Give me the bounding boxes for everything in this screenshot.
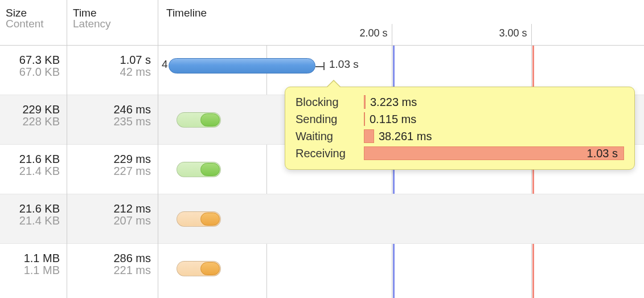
time-value: 212 ms	[73, 202, 151, 215]
table-row[interactable]: 1.07 s 42 ms	[67, 46, 158, 95]
timeline-row[interactable]	[158, 244, 644, 296]
tooltip-bar: 1.03 s	[364, 146, 624, 160]
tooltip-label: Receiving	[296, 147, 364, 160]
timing-bar[interactable]	[177, 112, 221, 128]
time-column: Time Latency 1.07 s 42 ms 246 ms 235 ms …	[67, 0, 158, 298]
tooltip-row-waiting: Waiting 38.261 ms	[296, 129, 624, 143]
time-header[interactable]: Time Latency	[67, 0, 158, 46]
table-row[interactable]: 286 ms 221 ms	[67, 244, 158, 296]
timing-bar[interactable]	[169, 58, 315, 74]
latency-value: 207 ms	[73, 214, 151, 227]
latency-value: 221 ms	[73, 264, 151, 277]
timeline-header-label: Timeline	[166, 7, 638, 19]
table-row[interactable]: 229 KB 228 KB	[0, 95, 67, 145]
size-value: 21.6 KB	[6, 202, 60, 215]
size-value: 21.6 KB	[6, 153, 60, 166]
tooltip-bar	[364, 129, 374, 143]
table-row[interactable]: 21.6 KB 21.4 KB	[0, 145, 67, 194]
content-value: 21.4 KB	[6, 165, 60, 178]
tooltip-label: Blocking	[296, 96, 364, 109]
timeline-header[interactable]: Timeline	[158, 0, 644, 46]
time-value: 286 ms	[73, 252, 151, 265]
tooltip-bar	[364, 95, 366, 109]
time-value: 246 ms	[73, 103, 151, 116]
content-header-label: Content	[6, 18, 61, 30]
size-header[interactable]: Size Content	[0, 0, 67, 46]
time-value: 229 ms	[73, 153, 151, 166]
content-value: 1.1 MB	[6, 264, 60, 277]
timeline-tick-label: 2.00 s	[359, 27, 387, 39]
table-row[interactable]: 1.1 MB 1.1 MB	[0, 244, 67, 296]
timeline-tick-label: 3.00 s	[499, 27, 527, 39]
latency-header-label: Latency	[73, 18, 152, 30]
size-value: 67.3 KB	[6, 54, 60, 67]
latency-value: 227 ms	[73, 165, 151, 178]
tooltip-label: Sending	[296, 113, 364, 126]
timeline-bar-duration-label: 1.03 s	[329, 58, 359, 71]
tooltip-value: 0.115 ms	[370, 113, 416, 126]
tooltip-row-blocking: Blocking 3.223 ms	[296, 95, 624, 109]
table-row[interactable]: 229 ms 227 ms	[67, 145, 158, 194]
latency-value: 42 ms	[73, 66, 151, 79]
time-value: 1.07 s	[73, 54, 151, 67]
timeline-bar-start-label: 4	[162, 58, 168, 71]
table-row[interactable]: 246 ms 235 ms	[67, 95, 158, 145]
tooltip-value: 3.223 ms	[370, 96, 417, 109]
timing-bar[interactable]	[177, 162, 221, 177]
timeline-row[interactable]	[158, 194, 644, 244]
content-value: 67.0 KB	[6, 66, 60, 79]
size-value: 229 KB	[6, 103, 60, 116]
timing-bar[interactable]	[177, 261, 221, 276]
content-value: 228 KB	[6, 115, 60, 128]
table-row[interactable]: 21.6 KB 21.4 KB	[0, 194, 67, 244]
size-value: 1.1 MB	[6, 252, 60, 265]
tooltip-row-receiving: Receiving 1.03 s	[296, 146, 624, 160]
table-row[interactable]: 67.3 KB 67.0 KB	[0, 46, 67, 95]
tooltip-value: 1.03 s	[587, 147, 618, 160]
tooltip-row-sending: Sending 0.115 ms	[296, 112, 624, 126]
tooltip-bar	[364, 112, 365, 126]
timing-tooltip: Blocking 3.223 ms Sending 0.115 ms Waiti…	[285, 87, 635, 170]
timing-bar[interactable]	[177, 211, 221, 227]
content-value: 21.4 KB	[6, 214, 60, 227]
tooltip-value: 38.261 ms	[379, 130, 432, 143]
table-row[interactable]: 212 ms 207 ms	[67, 194, 158, 244]
size-column: Size Content 67.3 KB 67.0 KB 229 KB 228 …	[0, 0, 67, 298]
tooltip-label: Waiting	[296, 130, 364, 143]
latency-value: 235 ms	[73, 115, 151, 128]
